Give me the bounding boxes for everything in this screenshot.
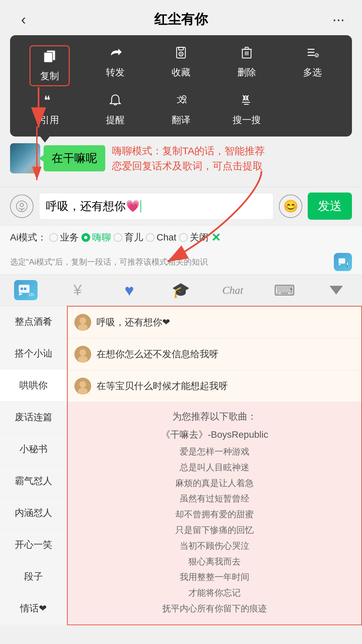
sidebar-item-4[interactable]: 小秘书 [0, 433, 67, 465]
multiselect-icon [305, 45, 319, 63]
menu-delete[interactable]: 删除 [227, 45, 267, 86]
keyboard-icon: ⌨ [274, 282, 295, 299]
song-line-11: 抚平内心所有你留下的痕迹 [76, 601, 353, 616]
back-button[interactable]: ‹ [13, 11, 34, 28]
toolbar-robot[interactable]: chat [0, 280, 52, 300]
reply-item-2[interactable]: 在等宝贝什么时候才能想起我呀 [68, 370, 361, 402]
svg-point-19 [20, 203, 23, 207]
sidebar-item-8[interactable]: 段子 [0, 561, 67, 593]
radio-yewu-circle[interactable] [49, 233, 58, 242]
toolbar-yuan[interactable]: ¥ [52, 282, 103, 299]
delete-icon [240, 45, 254, 63]
radio-yewu-label: 业务 [60, 231, 79, 244]
menu-collect[interactable]: 收藏 [161, 45, 201, 86]
song-line-10: 才能将你忘记 [76, 585, 353, 601]
song-line-4: 虽然有过短暂曾经 [76, 491, 353, 506]
quote-label: 引用 [40, 114, 59, 126]
radio-chat-circle[interactable] [146, 233, 155, 242]
svg-point-23 [20, 287, 23, 290]
menu-copy[interactable]: 复制 [29, 45, 70, 86]
translate-label: 翻译 [172, 114, 190, 126]
more-button[interactable]: ··· [328, 11, 349, 28]
ai-mode-row: Ai模式： 业务 嗨聊 育儿 Chat 关闭 ✕ [0, 225, 362, 250]
remind-label: 提醒 [106, 114, 125, 126]
sidebar-item-7[interactable]: 开心一笑 [0, 529, 67, 561]
send-button[interactable]: 发送 [308, 193, 352, 220]
radio-yuer-circle[interactable] [114, 233, 122, 242]
reply-text-0: 呼吸，还有想你❤ [97, 316, 170, 329]
search-label: 搜一搜 [233, 114, 261, 126]
menu-remind[interactable]: 提醒 [95, 93, 135, 126]
svg-text:+: + [183, 96, 185, 100]
voice-button[interactable] [10, 195, 34, 218]
song-name-0[interactable]: 《干嘛去》-BoysRepublic [76, 428, 353, 441]
message-input[interactable]: 呼吸，还有想你💗 [39, 193, 274, 220]
menu-translate[interactable]: 文 A + 翻译 [161, 93, 201, 126]
context-menu-row1: 复制 转发 收藏 [17, 45, 345, 86]
avatar [10, 143, 40, 173]
svg-rect-20 [339, 258, 345, 264]
radio-yewu[interactable]: 业务 [49, 231, 79, 244]
collect-label: 收藏 [172, 66, 190, 79]
delete-label: 删除 [237, 66, 256, 79]
annotation-hint: 嗨聊模式：复制TA的话，智能推荐 恋爱回复话术及歌词，可点击提取 [112, 143, 352, 173]
svg-rect-4 [179, 47, 183, 50]
input-bar: 呼吸，还有想你💗 😊 发送 [0, 187, 362, 225]
context-menu-row2: ❝ 引用 提醒 文 A + 翻译 [17, 93, 345, 126]
song-section: 为您推荐以下歌曲： 《干嘛去》-BoysRepublic 爱是怎样一种游戏 总是… [68, 402, 361, 625]
radio-chat-label: Chat [157, 232, 176, 243]
page-title: 红尘有你 [34, 10, 328, 29]
sidebar-item-6[interactable]: 内涵怼人 [0, 497, 67, 529]
svg-rect-8 [245, 47, 248, 49]
collapse-arrow-icon [329, 286, 343, 294]
toolbar-chat-text[interactable]: Chat [207, 284, 258, 297]
song-line-3: 麻烦的真是让人着急 [76, 475, 353, 491]
svg-point-34 [78, 388, 87, 394]
sidebar-item-0[interactable]: 整点酒肴 [0, 306, 67, 338]
collect-icon [174, 45, 188, 63]
menu-quote[interactable]: ❝ 引用 [29, 93, 70, 126]
robot-chat-icon: chat [14, 280, 38, 300]
context-menu: 复制 转发 收藏 [10, 35, 352, 137]
chat-bubble: 在干嘛呢 [44, 145, 105, 171]
sidebar-item-9[interactable]: 情话❤ [0, 593, 67, 625]
svg-point-33 [79, 381, 86, 388]
close-ai-button[interactable]: ✕ [211, 231, 221, 244]
toolbar-heart[interactable]: ♥ [104, 281, 155, 300]
song-line-8: 狠心离我而去 [76, 554, 353, 570]
radio-haijiao-circle[interactable] [81, 233, 90, 242]
menu-search[interactable]: 搜一搜 [227, 93, 267, 126]
emoji-button[interactable]: 😊 [279, 195, 302, 218]
toolbar-keyboard[interactable]: ⌨ [258, 282, 310, 299]
sidebar-item-2[interactable]: 哄哄你 [0, 370, 67, 401]
svg-point-30 [79, 349, 86, 356]
toolbar: chat ¥ ♥ 🎓 Chat ⌨ [0, 275, 362, 306]
svg-rect-2 [44, 52, 53, 62]
forward-icon [108, 45, 122, 63]
radio-haijiao[interactable]: 嗨聊 [81, 231, 111, 244]
chat-text-icon: Chat [222, 284, 243, 297]
radio-close-label: 关闭 [190, 231, 208, 244]
svg-text:❝: ❝ [44, 93, 50, 107]
graduation-icon: 🎓 [172, 281, 190, 299]
svg-point-31 [78, 356, 87, 363]
sidebar-item-3[interactable]: 废话连篇 [0, 401, 67, 433]
svg-point-6 [180, 53, 182, 55]
radio-close-circle[interactable] [179, 233, 188, 242]
reply-avatar-0 [74, 314, 91, 331]
radio-close[interactable]: 关闭 [179, 231, 208, 244]
toolbar-collapse[interactable] [310, 286, 362, 294]
chat-preview: 在干嘛呢 [10, 143, 105, 173]
copy-icon [43, 49, 57, 66]
menu-multiselect[interactable]: 多选 [292, 45, 333, 86]
menu-forward[interactable]: 转发 [95, 45, 135, 86]
reply-avatar-1 [74, 346, 91, 363]
reply-item-1[interactable]: 在想你怎么还不发信息给我呀 [68, 338, 361, 370]
radio-yuer[interactable]: 育儿 [114, 231, 143, 244]
toolbar-graduation[interactable]: 🎓 [155, 281, 207, 299]
reply-text-1: 在想你怎么还不发信息给我呀 [97, 348, 219, 361]
sidebar-item-1[interactable]: 搭个小讪 [0, 338, 67, 370]
radio-chat[interactable]: Chat [146, 232, 176, 243]
reply-item-0[interactable]: 呼吸，还有想你❤ [68, 307, 361, 338]
sidebar-item-5[interactable]: 霸气怼人 [0, 465, 67, 497]
